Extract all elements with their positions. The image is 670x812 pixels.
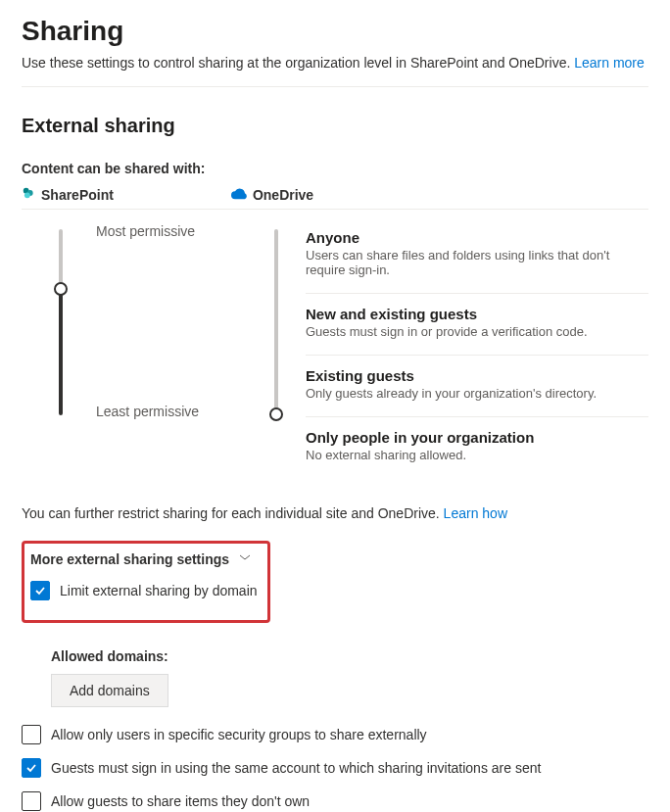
svg-point-2 <box>24 192 30 198</box>
more-options-list: Allow only users in specific security gr… <box>22 725 648 812</box>
sharepoint-icon <box>22 186 35 203</box>
allowed-domains-label: Allowed domains: <box>51 648 648 664</box>
onedrive-track <box>237 217 306 413</box>
section-title-external-sharing: External sharing <box>22 115 648 137</box>
onedrive-slider-handle[interactable] <box>269 407 283 421</box>
add-domains-button[interactable]: Add domains <box>51 674 168 707</box>
level-existing-guests: Existing guests Only guests already in y… <box>306 356 648 417</box>
level-org-only: Only people in your organization No exte… <box>306 417 648 478</box>
more-settings-toggle[interactable]: More external sharing settings <box>30 551 258 567</box>
product-sharepoint: SharePoint <box>22 186 114 203</box>
guests-share-checkbox[interactable] <box>22 791 41 811</box>
slider-labels: Most permissive Least permissive <box>90 217 237 413</box>
page-description: Use these settings to control sharing at… <box>22 55 648 87</box>
limit-domain-checkbox[interactable] <box>30 581 50 600</box>
learn-more-link[interactable]: Learn more <box>574 55 645 71</box>
products-row: SharePoint OneDrive <box>22 186 648 210</box>
guests-share-label: Allow guests to share items they don't o… <box>51 793 310 809</box>
chevron-down-icon <box>239 551 251 566</box>
permission-levels: Anyone Users can share files and folders… <box>306 217 648 478</box>
learn-how-link[interactable]: Learn how <box>444 505 507 521</box>
highlight-box: More external sharing settings Limit ext… <box>22 541 270 623</box>
content-shared-with-label: Content can be shared with: <box>22 161 648 176</box>
least-permissive-label: Least permissive <box>96 404 199 419</box>
permissiveness-slider: Most permissive Least permissive Anyone … <box>22 217 648 478</box>
most-permissive-label: Most permissive <box>96 223 195 239</box>
security-groups-label: Allow only users in specific security gr… <box>51 727 427 742</box>
page-title: Sharing <box>22 16 648 47</box>
security-groups-checkbox[interactable] <box>22 725 41 744</box>
same-account-label: Guests must sign in using the same accou… <box>51 760 541 776</box>
limit-external-sharing-checkbox-row: Limit external sharing by domain <box>30 581 258 600</box>
onedrive-icon <box>231 187 247 203</box>
same-account-checkbox[interactable] <box>22 758 41 778</box>
sharepoint-track <box>22 217 90 413</box>
level-new-existing-guests: New and existing guests Guests must sign… <box>306 294 648 356</box>
domain-subsection: Allowed domains: Add domains <box>51 648 648 707</box>
product-onedrive: OneDrive <box>231 187 313 203</box>
restrict-note: You can further restrict sharing for eac… <box>22 505 648 521</box>
level-anyone: Anyone Users can share files and folders… <box>306 217 648 294</box>
limit-domain-label: Limit external sharing by domain <box>60 583 258 598</box>
sharepoint-slider-handle[interactable] <box>54 282 68 296</box>
